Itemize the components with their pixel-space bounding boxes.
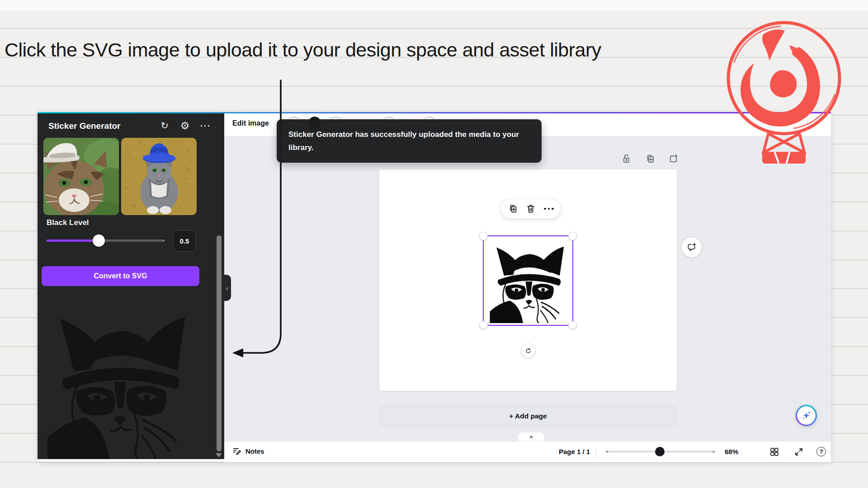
sticker-generator-panel: Sticker Generator ↻ ⚙ ⋯ — [38, 113, 224, 459]
add-page-button[interactable]: + Add page — [379, 406, 677, 426]
notes-button[interactable]: Notes — [232, 446, 264, 456]
resize-handle-bottom-right[interactable] — [568, 321, 577, 329]
zoom-slider-thumb[interactable] — [655, 447, 665, 456]
zoom-slider[interactable] — [606, 451, 714, 452]
zoom-percent-label[interactable]: 68% — [725, 448, 738, 455]
comment-plus-icon — [687, 242, 697, 253]
resize-handle-bottom-left[interactable] — [479, 321, 488, 329]
expand-notes-tab[interactable]: ^ — [518, 432, 544, 441]
gear-icon[interactable]: ⚙ — [177, 118, 193, 133]
black-level-label: Black Level — [47, 218, 89, 227]
cat-photo-2-illustration — [121, 138, 197, 215]
zoom-slider-end-dot — [712, 450, 715, 453]
generated-cat-photo-white-hat[interactable] — [43, 138, 119, 215]
convert-to-svg-button[interactable]: Convert to SVG — [42, 266, 199, 286]
duplicate-element-icon[interactable] — [506, 202, 519, 215]
footer-separator — [596, 446, 596, 458]
svg-result-preview[interactable] — [42, 305, 199, 459]
canva-assistant-button[interactable] — [796, 405, 817, 426]
fullscreen-icon[interactable] — [793, 446, 805, 458]
black-level-slider-thumb[interactable] — [93, 235, 105, 247]
element-floating-toolbar — [501, 199, 561, 218]
page-indicator[interactable]: Page 1 / 1 — [559, 448, 590, 455]
page-controls — [620, 153, 679, 164]
zoom-slider-start-dot — [606, 450, 608, 453]
design-canvas-area: + Add page ^ — [224, 136, 831, 441]
upload-success-toast: Sticker Generator has successfully uploa… — [277, 119, 542, 163]
refresh-icon[interactable]: ↻ — [157, 118, 172, 133]
paper-top-band — [0, 0, 868, 11]
tutorial-headline: Click the SVG image to upload it to your… — [5, 39, 601, 61]
more-options-icon[interactable]: ⋯ — [198, 118, 213, 133]
grid-view-icon[interactable] — [769, 446, 780, 458]
scroll-down-arrow-icon[interactable] — [216, 453, 222, 457]
slider-end-dot — [163, 240, 164, 241]
cat-sticker-on-canvas — [487, 239, 571, 324]
panel-title: Sticker Generator — [48, 121, 120, 131]
panel-collapse-tab[interactable]: ‹ — [223, 275, 231, 301]
editor-footer-bar: Notes Page 1 / 1 68% ? — [224, 441, 831, 462]
unlock-icon[interactable] — [620, 153, 632, 164]
selected-svg-element[interactable] — [483, 235, 573, 326]
help-icon[interactable]: ? — [816, 447, 826, 456]
delete-element-icon[interactable] — [524, 202, 537, 215]
add-page-icon[interactable] — [667, 153, 679, 164]
assistant-inner-circle — [797, 406, 816, 425]
ellipsis-dots — [544, 208, 554, 210]
black-level-slider-fill — [47, 239, 99, 242]
generated-cat-photo-blue-hat[interactable] — [121, 138, 197, 215]
more-element-options-icon[interactable] — [542, 202, 555, 215]
rotate-icon — [525, 347, 532, 354]
rotate-handle[interactable] — [521, 343, 536, 358]
panel-header: Sticker Generator ↻ ⚙ ⋯ — [38, 113, 224, 138]
black-level-slider[interactable] — [47, 239, 165, 242]
resize-handle-top-left[interactable] — [479, 232, 488, 240]
edit-image-button[interactable]: Edit image — [232, 119, 269, 127]
duplicate-page-icon[interactable] — [644, 153, 656, 164]
panel-scrollbar[interactable] — [217, 235, 222, 451]
resize-handle-top-right[interactable] — [568, 232, 577, 240]
notes-icon — [232, 446, 241, 456]
sparkle-icon — [801, 410, 812, 421]
black-level-value-box[interactable]: 0.5 — [173, 230, 196, 252]
notes-label: Notes — [245, 447, 264, 455]
add-comment-button[interactable] — [682, 237, 702, 257]
cat-photo-1-illustration — [43, 138, 119, 215]
